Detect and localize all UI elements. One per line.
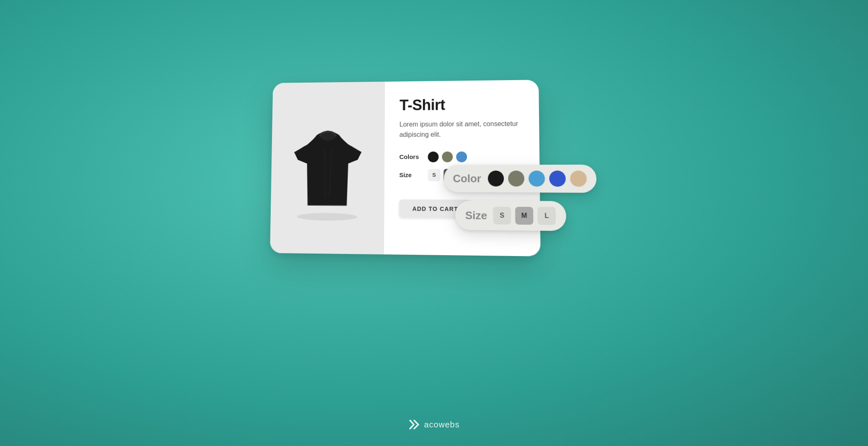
float-swatch-tan[interactable] <box>570 171 587 187</box>
brand-name: acowebs <box>424 420 460 429</box>
float-size-m[interactable]: M <box>515 207 533 225</box>
footer-brand: acowebs <box>408 419 460 430</box>
floating-size-picker: Size S M L <box>455 201 566 231</box>
colors-row: Colors <box>399 151 524 162</box>
brand-logo-icon <box>408 419 420 430</box>
product-image-section <box>270 82 385 254</box>
size-label: Size <box>399 171 422 178</box>
float-swatch-black[interactable] <box>488 171 504 187</box>
swatch-blue[interactable] <box>456 151 467 162</box>
float-size-l[interactable]: L <box>537 207 556 225</box>
product-description: Lorem ipsum dolor sit amet, consectetur … <box>399 119 524 140</box>
tshirt-image <box>283 114 373 221</box>
color-swatches <box>428 151 467 162</box>
acowebs-logo-svg <box>408 419 420 430</box>
floating-size-options: S M L <box>493 206 556 225</box>
float-swatch-olive[interactable] <box>508 171 524 187</box>
scene: T-Shirt Lorem ipsum dolor sit amet, cons… <box>248 68 620 378</box>
floating-color-label: Color <box>453 172 481 185</box>
float-size-s[interactable]: S <box>493 206 511 224</box>
colors-label: Colors <box>399 153 422 160</box>
float-swatch-royalblue[interactable] <box>549 171 566 187</box>
swatch-olive[interactable] <box>442 151 453 162</box>
floating-color-swatches <box>488 171 587 187</box>
floating-size-label: Size <box>465 209 487 222</box>
product-card: T-Shirt Lorem ipsum dolor sit amet, cons… <box>270 80 541 256</box>
svg-point-0 <box>297 213 357 221</box>
product-title: T-Shirt <box>400 96 524 114</box>
float-swatch-skyblue[interactable] <box>529 171 545 187</box>
floating-color-picker: Color <box>444 165 597 193</box>
swatch-black[interactable] <box>428 152 439 162</box>
size-s[interactable]: S <box>428 169 440 181</box>
